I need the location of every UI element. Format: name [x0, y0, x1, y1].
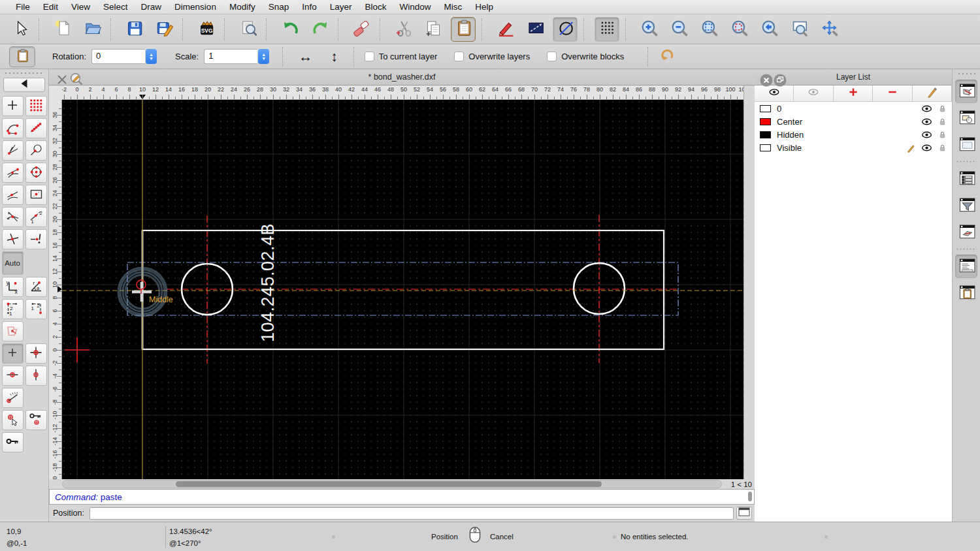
snap-grid-button[interactable]	[25, 96, 47, 116]
horizontal-scrollbar[interactable]	[62, 480, 722, 488]
float-panel-icon[interactable]	[772, 72, 782, 82]
svg-export-button[interactable]: SVG	[193, 17, 218, 42]
snap-endpoints-button[interactable]	[2, 118, 24, 138]
dock-clipboard-button[interactable]	[955, 281, 977, 305]
zoom-window-button[interactable]	[787, 17, 811, 42]
snap-intersection-manual-button[interactable]: 12	[25, 207, 47, 227]
angle-gauge-button[interactable]	[2, 388, 24, 408]
snap-nearest-button[interactable]	[2, 185, 24, 205]
zoom-pan-button[interactable]	[817, 17, 841, 42]
layer-color-swatch[interactable]	[760, 131, 771, 138]
checkbox-overwrite-blocks[interactable]: Overwrite blocks	[547, 52, 624, 61]
menu-window[interactable]: Window	[393, 0, 438, 14]
snap-tangent-button[interactable]	[2, 163, 24, 183]
dock-pen-wizard-button[interactable]	[955, 80, 977, 103]
back-button[interactable]	[3, 78, 45, 92]
restrict-nothing-button[interactable]	[2, 229, 24, 249]
layer-visibility-eye-icon[interactable]	[921, 142, 932, 153]
dock-block-list-button[interactable]	[955, 106, 977, 130]
zoom-selected-button[interactable]	[727, 17, 751, 42]
dock-layer-list-button[interactable]	[955, 167, 977, 191]
lock-relative-zero-button[interactable]	[25, 410, 47, 430]
undo-button[interactable]	[277, 17, 302, 42]
remove-layer-button[interactable]	[873, 86, 912, 101]
rotation-value[interactable]: 0	[91, 49, 145, 64]
vertical-scrollbar[interactable]	[743, 86, 755, 479]
menu-dimension[interactable]: Dimension	[168, 0, 223, 14]
restrict-horizontal-button[interactable]	[2, 366, 24, 386]
snap-free-button[interactable]	[2, 96, 24, 116]
save-as-button[interactable]	[152, 17, 176, 42]
scrollbar-thumb[interactable]	[176, 481, 602, 487]
dock-drag-handle[interactable]	[957, 72, 975, 76]
select-contour-button[interactable]	[2, 321, 24, 341]
restrict-warning-button[interactable]	[25, 229, 47, 249]
close-panel-icon[interactable]	[759, 72, 768, 82]
command-scrollbar[interactable]	[748, 492, 752, 501]
dock-command-line-button[interactable]	[955, 255, 977, 278]
print-preview-button[interactable]	[235, 17, 260, 42]
zoom-previous-button[interactable]	[757, 17, 781, 42]
layer-lock-icon[interactable]	[936, 142, 948, 153]
zoom-out-button[interactable]	[666, 17, 691, 42]
layer-color-swatch[interactable]	[760, 105, 771, 112]
menu-snap[interactable]: Snap	[262, 0, 296, 14]
position-input[interactable]	[90, 507, 734, 520]
menu-block[interactable]: Block	[359, 0, 393, 14]
grid-toggle-button[interactable]	[595, 17, 619, 42]
snap-perpendicular-button[interactable]	[2, 140, 24, 161]
snap-restrict-box-button[interactable]	[25, 185, 47, 205]
dock-library-browser-button[interactable]	[955, 133, 977, 157]
layer-visibility-eye-icon[interactable]	[921, 116, 932, 127]
layer-lock-icon[interactable]	[936, 129, 948, 140]
flip-horizontal-icon[interactable]: ↔	[299, 49, 312, 65]
rotation-stepper[interactable]: ▲▼	[146, 49, 157, 64]
layer-color-swatch[interactable]	[760, 118, 771, 125]
dock-layer-filter-button[interactable]	[955, 194, 977, 217]
checkbox-to-current-layer[interactable]: To current layer	[365, 52, 438, 61]
zoom-in-button[interactable]	[636, 17, 661, 42]
attributes-button[interactable]	[493, 17, 517, 42]
snap-center-button[interactable]	[25, 163, 47, 183]
pointer-tool-button[interactable]	[8, 17, 33, 42]
undo-cascade-button[interactable]	[655, 46, 679, 67]
layer-row-visible[interactable]: Visible	[755, 141, 952, 154]
menu-help[interactable]: Help	[468, 0, 500, 14]
detach-command-button[interactable]	[736, 507, 752, 520]
layer-color-swatch[interactable]	[760, 144, 771, 151]
checkbox-box[interactable]	[365, 52, 374, 61]
drawing-canvas[interactable]: 104.245.02.4BMiddle	[62, 100, 743, 479]
circle-tool-button[interactable]	[553, 17, 578, 42]
rotation-field[interactable]: 0 ▲▼	[91, 49, 157, 64]
layer-visibility-eye-icon[interactable]	[921, 103, 932, 114]
set-relative-zero-button[interactable]	[2, 432, 24, 452]
paste-options-button[interactable]	[9, 46, 35, 67]
modify-layer-button[interactable]	[913, 86, 952, 101]
checkbox-box[interactable]	[547, 52, 557, 61]
dock-pen-wielder-button[interactable]	[955, 221, 977, 244]
menu-modify[interactable]: Modify	[223, 0, 262, 14]
coordinate-cartesian-button[interactable]: yx	[2, 277, 24, 297]
checkbox-box[interactable]	[454, 52, 464, 61]
flip-vertical-icon[interactable]: ↕	[331, 49, 338, 65]
zoom-auto-button[interactable]	[696, 17, 721, 42]
menu-edit[interactable]: Edit	[37, 0, 65, 14]
snap-on-entity-button[interactable]	[25, 118, 47, 138]
save-file-button[interactable]	[122, 17, 146, 42]
layer-row-0[interactable]: 0	[755, 102, 952, 115]
menu-select[interactable]: Select	[97, 0, 135, 14]
pick-coordinate-button[interactable]	[2, 410, 24, 430]
checkbox-overwrite-layers[interactable]: Overwrite layers	[454, 52, 530, 61]
hide-all-layers-button[interactable]	[794, 86, 833, 101]
menu-file[interactable]: File	[9, 0, 37, 14]
draw-order-button[interactable]	[523, 17, 547, 42]
restrict-orthogonal-button[interactable]	[25, 343, 47, 364]
relative-point-1-button[interactable]: 21	[2, 299, 24, 319]
menu-info[interactable]: Info	[295, 0, 323, 14]
layer-lock-icon[interactable]	[936, 116, 948, 127]
delete-selected-button[interactable]	[349, 17, 374, 42]
copy-button[interactable]	[421, 17, 446, 42]
snap-distance-button[interactable]	[25, 140, 47, 161]
menu-draw[interactable]: Draw	[135, 0, 169, 14]
menu-layer[interactable]: Layer	[323, 0, 359, 14]
